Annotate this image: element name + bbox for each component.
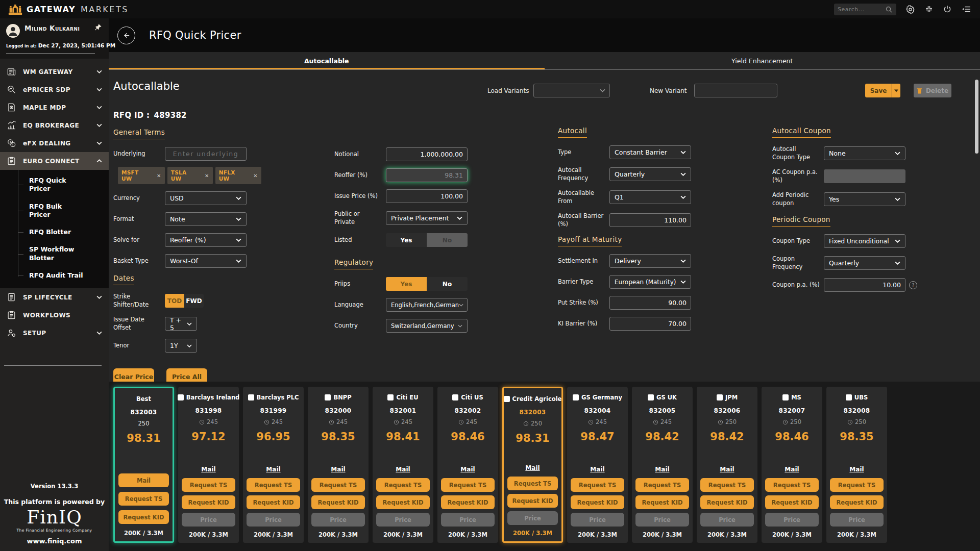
search-icon[interactable] <box>885 6 893 13</box>
coupon-pa-input[interactable] <box>824 278 905 292</box>
autocallable-from-select[interactable]: Q1 <box>609 190 691 204</box>
request-ts-button[interactable]: Request TS <box>571 478 624 492</box>
price-button[interactable]: Price <box>441 513 495 527</box>
underlying-input[interactable] <box>165 147 247 161</box>
mail-button[interactable]: Mail <box>118 473 169 487</box>
request-ts-button[interactable]: Request TS <box>441 478 495 492</box>
ki-barrier-input[interactable] <box>609 317 691 331</box>
add-periodic-coupon-select[interactable]: Yes <box>824 192 905 206</box>
price-button[interactable]: Price <box>311 513 365 527</box>
sidebar-item-sp-workflow-blotter[interactable]: SP Workflow Blotter <box>0 241 109 267</box>
request-kid-button[interactable]: Request KID <box>376 495 430 509</box>
strike-tod-option[interactable]: TOD <box>165 294 184 308</box>
issue-price-input[interactable] <box>386 189 468 203</box>
request-kid-button[interactable]: Request KID <box>182 495 235 509</box>
request-ts-button[interactable]: Request TS <box>507 477 558 490</box>
request-ts-button[interactable]: Request TS <box>635 478 689 492</box>
request-ts-button[interactable]: Request TS <box>765 478 819 492</box>
solve-for-select[interactable]: Reoffer (%) <box>165 233 247 247</box>
tenor-select[interactable]: 1Y <box>165 339 197 353</box>
sidebar-item-rfq-quick-pricer[interactable]: RFQ Quick Pricer <box>0 172 109 198</box>
country-select[interactable]: Switzerland,Germany <box>386 319 468 333</box>
priips-yes-option[interactable]: Yes <box>386 277 427 291</box>
listed-yes-option[interactable]: Yes <box>386 233 427 247</box>
request-ts-button[interactable]: Request TS <box>118 492 169 506</box>
sidebar-item-rfq-bulk-pricer[interactable]: RFQ Bulk Pricer <box>0 198 109 224</box>
coupon-type-select[interactable]: Fixed Unconditional <box>824 234 905 248</box>
bank-checkbox[interactable] <box>248 394 254 400</box>
sidebar-item-euro-connect[interactable]: EURO CONNECT <box>0 152 109 170</box>
back-button[interactable] <box>117 27 135 44</box>
bank-checkbox[interactable] <box>387 394 394 400</box>
request-kid-button[interactable]: Request KID <box>700 495 754 509</box>
delete-button[interactable]: Delete <box>914 84 951 97</box>
put-strike-input[interactable] <box>609 296 691 310</box>
request-kid-button[interactable]: Request KID <box>311 495 365 509</box>
chip-remove-icon[interactable]: ✕ <box>157 173 161 179</box>
sidebar-item-eq-brokerage[interactable]: EQ BROKERAGE <box>0 116 109 134</box>
basket-type-select[interactable]: Worst-Of <box>165 254 247 268</box>
barrier-type-select[interactable]: European (Maturity) <box>609 275 691 289</box>
request-kid-button[interactable]: Request KID <box>441 495 495 509</box>
price-button[interactable]: Price <box>635 513 689 527</box>
tab-yield-enhancement[interactable]: Yield Enhancement <box>545 52 980 69</box>
mail-link[interactable]: Mail <box>525 464 540 471</box>
chip-remove-icon[interactable]: ✕ <box>205 173 209 179</box>
mail-link[interactable]: Mail <box>720 466 734 473</box>
mail-link[interactable]: Mail <box>396 466 410 473</box>
sidebar-item-rfq-blotter[interactable]: RFQ Blotter <box>0 223 109 241</box>
pin-icon[interactable] <box>94 23 102 32</box>
price-button[interactable]: Price <box>571 513 624 527</box>
mail-link[interactable]: Mail <box>266 466 280 473</box>
power-icon[interactable] <box>943 5 952 14</box>
bank-checkbox[interactable] <box>178 394 184 400</box>
help-icon[interactable]: ? <box>909 281 917 289</box>
bank-checkbox[interactable] <box>846 394 852 400</box>
price-button[interactable]: Price <box>507 511 558 525</box>
sidebar-item-maple-mdp[interactable]: MAPLE MDP <box>0 98 109 116</box>
request-ts-button[interactable]: Request TS <box>311 478 365 492</box>
collapse-icon[interactable] <box>924 5 934 14</box>
price-button[interactable]: Price <box>247 513 300 527</box>
price-button[interactable]: Price <box>376 513 430 527</box>
autocall-type-select[interactable]: Constant Barrier <box>609 145 691 159</box>
price-button[interactable]: Price <box>182 513 235 527</box>
bank-checkbox[interactable] <box>782 394 789 400</box>
load-variants-select[interactable] <box>533 84 610 97</box>
mail-link[interactable]: Mail <box>849 466 864 473</box>
request-ts-button[interactable]: Request TS <box>376 478 430 492</box>
mail-link[interactable]: Mail <box>655 466 669 473</box>
mail-link[interactable]: Mail <box>331 466 345 473</box>
save-dropdown-caret[interactable] <box>892 84 900 97</box>
autocall-barrier-input[interactable] <box>609 213 691 227</box>
bank-checkbox[interactable] <box>452 394 458 400</box>
mail-link[interactable]: Mail <box>460 466 475 473</box>
scrollbar-thumb[interactable] <box>975 80 978 154</box>
chip-remove-icon[interactable]: ✕ <box>253 173 258 179</box>
save-button[interactable]: Save <box>865 84 892 97</box>
mail-link[interactable]: Mail <box>785 466 799 473</box>
format-select[interactable]: Note <box>165 212 247 226</box>
public-private-select[interactable]: Private Placement <box>386 211 468 225</box>
request-kid-button[interactable]: Request KID <box>765 495 819 509</box>
sidebar-item-efx-dealing[interactable]: eFX DEALING <box>0 134 109 152</box>
language-select[interactable]: English,French,German <box>386 298 468 312</box>
price-button[interactable]: Price <box>765 513 819 527</box>
mail-link[interactable]: Mail <box>201 466 215 473</box>
sidebar-item-rfq-audit-trail[interactable]: RFQ Audit Trail <box>0 267 109 284</box>
settlement-in-select[interactable]: Delivery <box>609 254 691 268</box>
bank-checkbox[interactable] <box>325 394 331 400</box>
listed-no-option[interactable]: No <box>427 233 468 247</box>
search-box[interactable] <box>834 4 896 15</box>
price-button[interactable]: Price <box>830 513 884 527</box>
issue-date-offset-select[interactable]: T + 5 <box>165 317 197 331</box>
request-ts-button[interactable]: Request TS <box>182 478 235 492</box>
autocall-frequency-select[interactable]: Quarterly <box>609 167 691 181</box>
request-kid-button[interactable]: Request KID <box>635 495 689 509</box>
priips-no-option[interactable]: No <box>427 277 468 291</box>
request-ts-button[interactable]: Request TS <box>700 478 754 492</box>
strike-fwd-option[interactable]: FWD <box>184 294 204 308</box>
request-ts-button[interactable]: Request TS <box>247 478 300 492</box>
sidebar-item-sp-lifecycle[interactable]: SP LIFECYCLE <box>0 288 109 306</box>
coupon-frequency-select[interactable]: Quarterly <box>824 256 905 270</box>
